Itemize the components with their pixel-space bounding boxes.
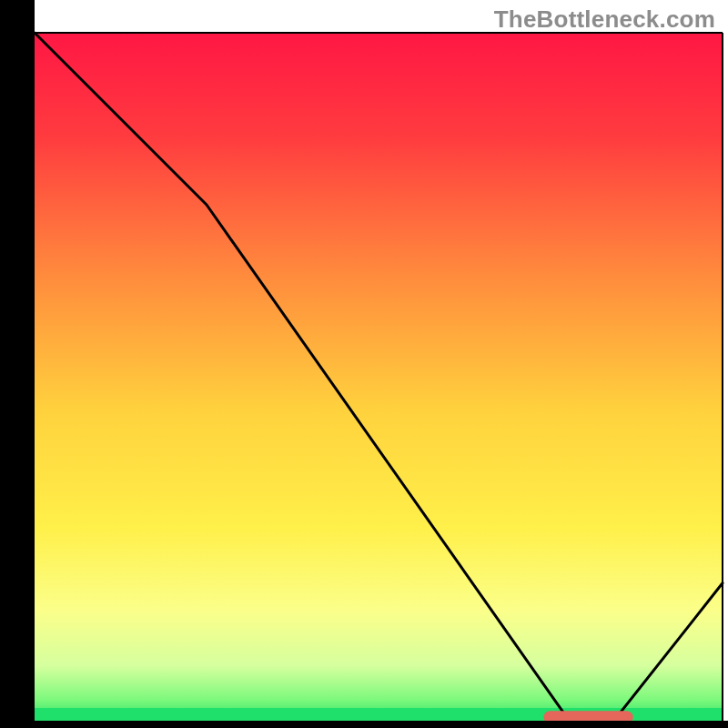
bottleneck-chart xyxy=(0,0,728,728)
y-axis xyxy=(0,0,35,728)
x-axis xyxy=(0,721,728,728)
chart-container: TheBottleneck.com xyxy=(0,0,728,728)
